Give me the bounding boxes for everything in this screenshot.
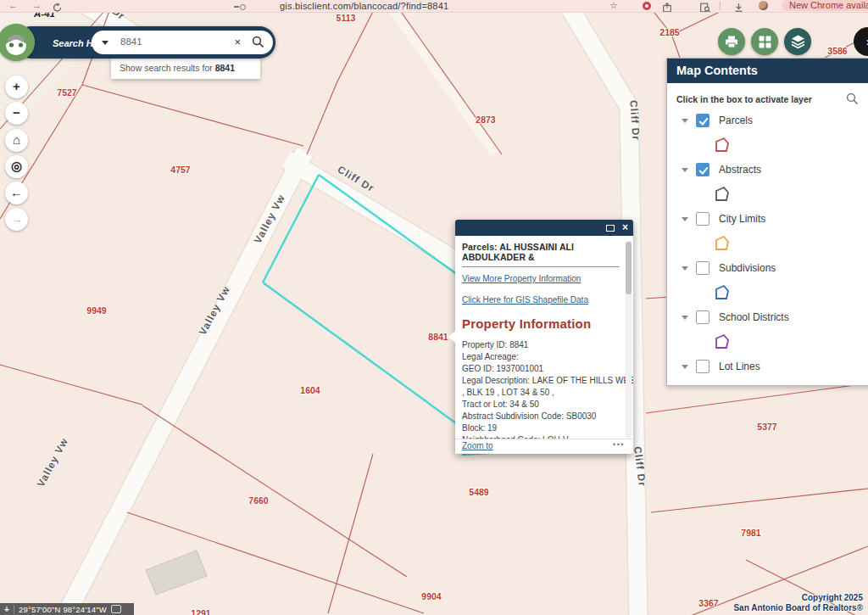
- layer-checkbox-subdivisions[interactable]: [696, 261, 709, 275]
- home-icon: ⌂: [13, 132, 20, 147]
- search-input[interactable]: 8841 ×: [92, 31, 273, 54]
- layer-list: ParcelsAbstractsCity LimitsSubdivisionsS…: [667, 113, 868, 374]
- parcel-number-label: 5377: [757, 422, 776, 432]
- layers-button[interactable]: [784, 28, 811, 55]
- street-name-label: Valley Vw: [197, 284, 232, 338]
- forward-button[interactable]: →: [5, 208, 28, 231]
- clear-search-icon[interactable]: ×: [234, 36, 241, 48]
- popup-scrollbar-thumb[interactable]: [626, 242, 632, 294]
- browser-chrome: ← → gis.bisclient.com/blancocad/?find=88…: [0, 0, 868, 13]
- back-arrow-icon: ←: [10, 185, 23, 199]
- layer-search-icon[interactable]: [846, 92, 859, 105]
- address-bar-url[interactable]: gis.bisclient.com/blancocad/?find=8841: [280, 1, 448, 11]
- popup-owner-title: Parcels: AL HUSSAINI ALI ABDULKADER &: [462, 242, 620, 262]
- popup-more-menu[interactable]: •••: [613, 440, 625, 449]
- back-button[interactable]: ←: [5, 182, 28, 204]
- popup-close-icon[interactable]: ×: [622, 221, 628, 233]
- parcel-number-label: 9949: [86, 305, 106, 316]
- layer-expand-icon[interactable]: [682, 365, 688, 369]
- zoom-to-link[interactable]: Zoom to: [462, 441, 493, 450]
- zoom-in-button[interactable]: +: [5, 75, 28, 98]
- layer-expand-icon[interactable]: [682, 119, 688, 123]
- layer-checkbox-parcels[interactable]: [696, 114, 709, 127]
- search-widget: Search Here: 8841 ×: [15, 26, 275, 59]
- layer-expand-icon[interactable]: [682, 266, 688, 271]
- url-info-icon[interactable]: [234, 4, 246, 9]
- property-field: Property ID: 8841: [462, 339, 620, 351]
- forward-arrow-icon: →: [10, 211, 23, 226]
- popup-body: Parcels: AL HUSSAINI ALI ABDULKADER & Vi…: [455, 236, 633, 454]
- popup-titlebar[interactable]: ×: [455, 220, 633, 236]
- panel-hint: Click in the box to activate layer: [667, 83, 868, 113]
- browser-back-icon[interactable]: ←: [8, 0, 18, 12]
- layer-label: School Districts: [719, 311, 789, 323]
- home-button[interactable]: ⌂: [5, 129, 28, 152]
- property-field: Legal Acreage:: [462, 351, 620, 363]
- crosshair-icon[interactable]: +: [0, 605, 14, 614]
- layer-checkbox-city-limits[interactable]: [696, 212, 709, 226]
- map-contents-panel: Map Contents Click in the box to activat…: [666, 58, 868, 386]
- street-name-label: Cliff Dr: [632, 445, 648, 487]
- search-icon[interactable]: [252, 36, 264, 48]
- popup-pointer: [448, 331, 455, 343]
- apps-grid-button[interactable]: [751, 28, 778, 55]
- layer-checkbox-school-districts[interactable]: [696, 310, 709, 324]
- parcel-number-label: 5489: [469, 487, 488, 497]
- browser-reload-icon[interactable]: [53, 2, 62, 13]
- property-field: , BLK 19 , LOT 34 & 50 ,: [462, 387, 620, 399]
- layer-label: City Limits: [719, 213, 765, 225]
- copy-coords-icon[interactable]: [111, 605, 121, 613]
- search-dropdown-icon[interactable]: [102, 41, 108, 45]
- browser-profile-avatar[interactable]: [759, 1, 768, 10]
- search-suggestion[interactable]: Show search results for 8841: [111, 57, 260, 79]
- attribution-line2: San Antonio Board of Realtors®: [733, 603, 863, 613]
- property-field: Abstract Subdivision Code: SB0030: [462, 411, 620, 422]
- parcel-number-label: 4757: [170, 165, 190, 175]
- layer-row-parcels: Parcels: [667, 113, 868, 162]
- parcel-number-label: 3586: [827, 46, 847, 56]
- street-name-label: Cliff Dr: [627, 100, 642, 142]
- popup-divider: [462, 266, 620, 267]
- layer-expand-icon[interactable]: [682, 316, 688, 320]
- layer-expand-icon[interactable]: [682, 168, 688, 172]
- browser-forward-icon[interactable]: →: [32, 0, 42, 12]
- bookmark-star-icon[interactable]: ☆: [609, 0, 618, 12]
- layer-checkbox-abstracts[interactable]: [696, 163, 709, 176]
- parcel-number-label: 5113: [337, 13, 356, 23]
- grid-icon: [759, 36, 771, 48]
- share-icon[interactable]: [663, 2, 671, 13]
- popup-footer: Zoom to •••: [455, 439, 633, 454]
- download-icon[interactable]: [734, 2, 743, 13]
- parcel-number-label: 7660: [248, 495, 268, 506]
- layer-checkbox-lot-lines[interactable]: [696, 360, 709, 373]
- layer-label: Parcels: [719, 115, 753, 126]
- extension-icon[interactable]: [643, 2, 651, 10]
- map-attribution: Copyright 2025 San Antonio Board of Real…: [733, 593, 863, 612]
- zoom-out-button[interactable]: −: [5, 102, 28, 125]
- popup-scrollbar[interactable]: [626, 240, 632, 439]
- street-name-label: Cliff Dr: [336, 164, 376, 195]
- printer-icon: [725, 36, 738, 48]
- coordinates-readout: 29°57'00"N 98°24'14"W: [14, 605, 111, 614]
- popup-maximize-icon[interactable]: [606, 225, 615, 232]
- attribution-line1: Copyright 2025: [733, 593, 863, 603]
- layer-swatch: [714, 137, 731, 154]
- suggestion-text: Show search results for: [120, 63, 215, 73]
- gis-shapefile-link[interactable]: Click Here for GIS Shapefile Data: [462, 295, 620, 305]
- locate-button[interactable]: ◎: [5, 155, 28, 178]
- parcel-number-label: 1604: [300, 385, 320, 395]
- layer-swatch: [714, 333, 731, 350]
- chrome-update-notification[interactable]: New Chrome available: [782, 0, 868, 11]
- print-button[interactable]: [718, 28, 745, 55]
- layer-expand-icon[interactable]: [682, 217, 688, 221]
- minus-icon: −: [13, 105, 20, 120]
- toolbar-divider: |: [719, 0, 721, 12]
- coordinate-statusbar: + 29°57'00"N 98°24'14"W: [0, 603, 134, 615]
- layer-label: Lot Lines: [719, 361, 760, 372]
- find-in-page-icon[interactable]: [700, 2, 710, 13]
- layers-icon: [791, 35, 805, 48]
- street-name-label: Valley Vw: [252, 193, 287, 246]
- parcel-number-label: 9904: [421, 591, 441, 601]
- property-field: GEO ID: 1937001001: [462, 363, 620, 375]
- view-more-property-link[interactable]: View More Property Information: [462, 274, 620, 283]
